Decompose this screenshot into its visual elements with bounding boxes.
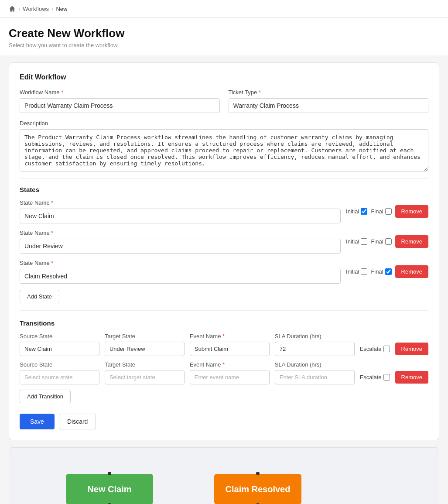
node-new-claim-label: New Claim [87, 484, 131, 494]
state-2-wrap: State Name * [20, 230, 341, 254]
ticket-type-label: Ticket Type * [229, 89, 429, 96]
save-button[interactable]: Save [20, 414, 55, 429]
home-icon[interactable] [9, 5, 16, 12]
breadcrumb: › Workflows › New [0, 0, 448, 18]
trans-1-target-col: Target State [105, 333, 185, 356]
workflow-name-input[interactable] [20, 98, 220, 113]
state-3-options: Initial Final Remove [346, 265, 428, 278]
state-3-label: State Name * [20, 260, 341, 266]
state-2-final-option: Final [371, 238, 391, 245]
trans-2-event-input[interactable] [190, 370, 270, 384]
trans-2-remove-button[interactable]: Remove [395, 371, 428, 384]
state-2-remove-button[interactable]: Remove [395, 235, 428, 248]
ticket-type-group: Ticket Type * [229, 89, 429, 113]
trans-2-sla-input[interactable] [275, 370, 355, 384]
state-3-final-checkbox[interactable] [385, 268, 392, 275]
breadcrumb-current: New [56, 6, 67, 12]
state-2-final-checkbox[interactable] [385, 238, 392, 245]
escalate-label-2: Escalate [360, 374, 382, 381]
trans-2-event-col: Event Name * [190, 361, 270, 384]
trans-target-label-2: Target State [105, 361, 185, 368]
add-state-button[interactable]: Add State [20, 290, 59, 303]
state-3-remove-button[interactable]: Remove [395, 265, 428, 278]
trans-1-escalate-col: Escalate [360, 337, 390, 352]
node-claim-resolved-label: Claim Resolved [226, 484, 291, 494]
trans-source-label-1: Source State [20, 333, 99, 339]
state-2-label: State Name * [20, 230, 341, 236]
breadcrumb-sep-1: › [18, 6, 20, 12]
node-claim-resolved-dot-top [256, 472, 260, 475]
state-1-final-checkbox[interactable] [385, 208, 392, 215]
state-2-initial-checkbox[interactable] [361, 238, 367, 245]
state-1-label: State Name * [20, 199, 341, 206]
transitions-section: Transitions Source State Target State Ev… [20, 319, 428, 403]
state-2-initial-option: Initial [346, 238, 367, 245]
trans-event-label-2: Event Name * [190, 361, 270, 368]
state-3-initial-option: Initial [346, 268, 367, 275]
trans-2-sla-col: SLA Duration (hrs) [275, 361, 355, 384]
trans-1-source-col: Source State [20, 333, 99, 356]
escalate-label-1: Escalate [360, 346, 382, 352]
diagram-canvas: New Claim Claim Resolved Submit Claim Un… [18, 461, 430, 504]
edit-workflow-card: Edit Workflow Workflow Name * Ticket Typ… [9, 62, 439, 440]
main-content: Edit Workflow Workflow Name * Ticket Typ… [0, 55, 448, 504]
description-textarea[interactable]: The Product Warranty Claim Process workf… [20, 129, 428, 171]
trans-sla-label-2: SLA Duration (hrs) [275, 361, 355, 368]
state-1-initial-checkbox[interactable] [361, 208, 367, 215]
trans-event-label-1: Event Name * [190, 333, 270, 339]
form-actions: Save Discard [20, 414, 428, 429]
state-1-final-option: Final [371, 208, 391, 215]
state-row-3: State Name * Initial Final Remove [20, 260, 428, 284]
state-1-wrap: State Name * [20, 199, 341, 223]
form-row-name-type: Workflow Name * Ticket Type * [20, 89, 428, 113]
state-row-2: State Name * Initial Final Remove [20, 230, 428, 254]
node-new-claim-dot-top [108, 472, 111, 475]
trans-2-source-col: Source State [20, 361, 99, 384]
trans-1-target-input[interactable] [105, 342, 185, 356]
state-1-input[interactable] [20, 209, 341, 223]
transition-row-2: Source State Target State Event Name * S… [20, 361, 428, 384]
state-3-wrap: State Name * [20, 260, 341, 284]
state-1-options: Initial Final Remove [346, 205, 428, 218]
add-transition-button[interactable]: Add Transition [20, 390, 71, 403]
trans-target-label-1: Target State [105, 333, 185, 339]
trans-source-label-2: Source State [20, 361, 99, 368]
state-3-input[interactable] [20, 269, 341, 284]
node-new-claim[interactable]: New Claim [66, 474, 153, 504]
page-title: Create New Workflow [9, 27, 439, 40]
trans-2-target-col: Target State [105, 361, 185, 384]
workflow-name-group: Workflow Name * [20, 89, 220, 113]
state-3-initial-checkbox[interactable] [361, 268, 367, 275]
trans-1-sla-col: SLA Duration (hrs) [275, 333, 355, 356]
trans-1-event-input[interactable] [190, 342, 270, 356]
discard-button[interactable]: Discard [59, 414, 96, 429]
trans-2-escalate-col: Escalate [360, 365, 390, 381]
description-label: Description [20, 120, 428, 127]
trans-1-escalate-checkbox[interactable] [383, 346, 390, 352]
trans-2-source-input[interactable] [20, 370, 99, 384]
breadcrumb-sep-2: › [51, 6, 53, 12]
trans-1-source-input[interactable] [20, 342, 99, 356]
states-section-title: States [20, 186, 428, 193]
state-row-1: State Name * Initial Final Remove [20, 199, 428, 223]
trans-1-remove-button[interactable]: Remove [395, 343, 428, 355]
page-subtitle: Select how you want to create the workfl… [9, 42, 439, 48]
page-header: Create New Workflow Select how you want … [0, 18, 448, 55]
trans-1-sla-input[interactable] [275, 342, 355, 356]
workflow-name-label: Workflow Name * [20, 89, 220, 96]
node-claim-resolved[interactable]: Claim Resolved [214, 474, 301, 504]
state-2-options: Initial Final Remove [346, 235, 428, 248]
diagram-section: New Claim Claim Resolved Submit Claim Un… [9, 447, 439, 504]
card-title: Edit Workflow [20, 73, 428, 81]
state-3-final-option: Final [371, 268, 391, 275]
transitions-section-title: Transitions [20, 319, 428, 327]
state-1-remove-button[interactable]: Remove [395, 205, 428, 218]
breadcrumb-workflows[interactable]: Workflows [23, 6, 49, 12]
ticket-type-input[interactable] [229, 98, 429, 113]
state-2-input[interactable] [20, 239, 341, 254]
description-group: Description The Product Warranty Claim P… [20, 120, 428, 171]
trans-2-target-input[interactable] [105, 370, 185, 384]
trans-2-escalate-checkbox[interactable] [383, 374, 390, 381]
transition-row-1: Source State Target State Event Name * S… [20, 333, 428, 356]
state-1-initial-option: Initial [346, 208, 367, 215]
